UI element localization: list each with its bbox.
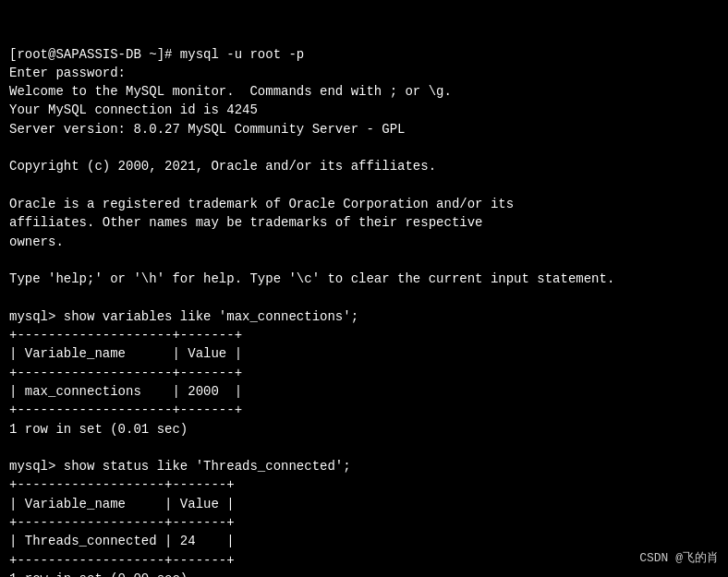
terminal-line	[9, 251, 719, 270]
terminal-line: +--------------------+-------+	[9, 401, 719, 419]
terminal-line: +--------------------+-------+	[9, 326, 719, 344]
terminal-line: 1 row in set (0.01 sec)	[9, 420, 719, 439]
terminal-window: [root@SAPASSIS-DB ~]# mysql -u root -pEn…	[0, 0, 728, 577]
terminal-line: mysql> show variables like 'max_connecti…	[9, 307, 719, 326]
terminal-line	[9, 288, 719, 307]
terminal-line	[9, 138, 719, 157]
terminal-line	[9, 439, 719, 457]
terminal-line: | Variable_name | Value |	[9, 495, 719, 513]
terminal-line: Copyright (c) 2000, 2021, Oracle and/or …	[9, 157, 719, 175]
terminal-line: Enter password:	[9, 64, 719, 82]
terminal-line: Type 'help;' or '\h' for help. Type '\c'…	[9, 270, 719, 288]
terminal-line: Welcome to the MySQL monitor. Commands e…	[9, 82, 719, 101]
terminal-line: +--------------------+-------+	[9, 364, 719, 382]
terminal-line: +-------------------+-------+	[9, 551, 719, 570]
terminal-line: | Threads_connected | 24 |	[9, 532, 719, 550]
terminal-line: | Variable_name | Value |	[9, 344, 719, 363]
terminal-line	[9, 176, 719, 195]
watermark: CSDN @飞的肖	[639, 550, 719, 568]
terminal-line: | max_connections | 2000 |	[9, 382, 719, 401]
terminal-line: affiliates. Other names may be trademark…	[9, 213, 719, 232]
terminal-line: Oracle is a registered trademark of Orac…	[9, 195, 719, 213]
terminal-content: [root@SAPASSIS-DB ~]# mysql -u root -pEn…	[9, 45, 719, 577]
terminal-line: [root@SAPASSIS-DB ~]# mysql -u root -p	[9, 45, 719, 64]
terminal-line: mysql> show status like 'Threads_connect…	[9, 457, 719, 475]
terminal-line: Your MySQL connection id is 4245	[9, 101, 719, 119]
terminal-line: 1 row in set (0.00 sec)	[9, 570, 719, 577]
terminal-line: owners.	[9, 233, 719, 251]
terminal-line: Server version: 8.0.27 MySQL Community S…	[9, 120, 719, 138]
terminal-line: +-------------------+-------+	[9, 513, 719, 532]
terminal-line: +-------------------+-------+	[9, 475, 719, 494]
